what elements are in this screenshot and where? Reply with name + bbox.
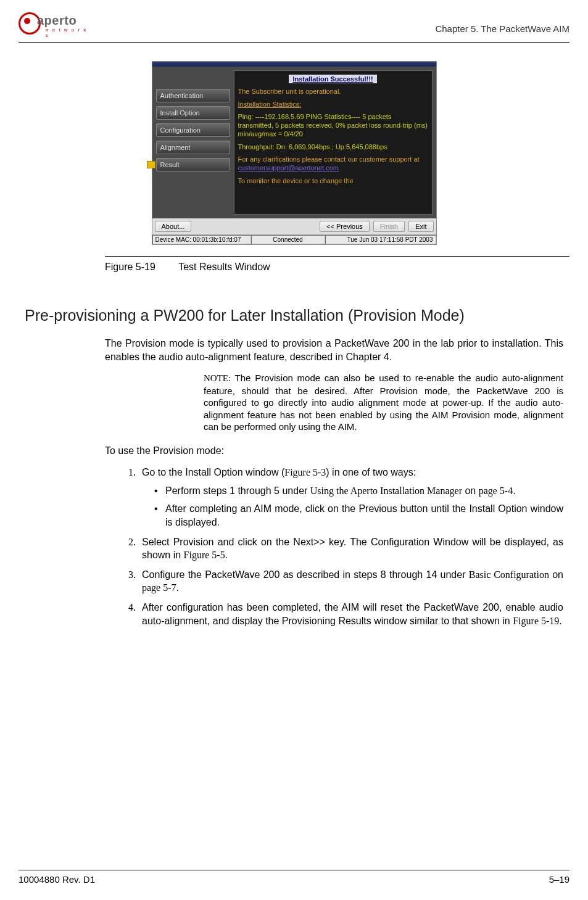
tab-configuration[interactable]: Configuration (156, 123, 230, 137)
logo-subtext: n e t w o r k s (46, 27, 93, 38)
previous-button[interactable]: << Previous (320, 221, 370, 232)
ref-figure-5-5[interactable]: Figure 5-5 (184, 550, 225, 560)
step-1-bullet-1: Perform steps 1 through 5 under Using th… (154, 484, 563, 498)
header-rule (19, 42, 569, 43)
screenshot-window: Authentication Install Option Configurat… (152, 61, 437, 245)
tab-alignment[interactable]: Alignment (156, 141, 230, 154)
step-3: Configure the PacketWave 200 as describe… (138, 568, 563, 595)
step-1: Go to the Install Option window (Figure … (138, 466, 563, 529)
logo: aperto n e t w o r k s (19, 12, 93, 37)
ref-basic-config[interactable]: Basic Configuration (469, 569, 549, 580)
status-line-1: The Subscriber unit is operational. (238, 87, 428, 96)
footer-rule (19, 870, 569, 870)
finish-button: Finish (373, 221, 405, 232)
success-banner: Installation Successful!!! (238, 75, 428, 83)
logo-text: aperto (37, 14, 77, 28)
step-4: After configuration has been completed, … (138, 601, 563, 627)
tab-install-option[interactable]: Install Option (156, 106, 230, 120)
exit-button[interactable]: Exit (408, 221, 433, 232)
monitor-text: To monitor the device or to change the (238, 176, 428, 185)
figure-rule (105, 256, 569, 257)
ref-figure-5-3[interactable]: Figure 5-3 (284, 467, 326, 477)
support-text: For any clarifications please contact ou… (238, 155, 428, 173)
figure-number: Figure 5-19 (105, 262, 176, 273)
lead-in-paragraph: To use the Provision mode: (105, 444, 563, 458)
ref-page-5-4[interactable]: page 5-4 (479, 485, 513, 496)
support-email-link[interactable]: customersupport@apertonet.com (238, 164, 339, 171)
page-number: 5–19 (549, 874, 569, 885)
status-line-2: Installation Statistics: (238, 100, 428, 109)
note-label: NOTE: (204, 373, 231, 383)
section-heading: Pre-provisioning a PW200 for Later Insta… (25, 307, 569, 324)
doc-number: 10004880 Rev. D1 (19, 874, 95, 885)
status-mac: Device MAC: 00:01:3b:10:fd:07 (152, 235, 251, 244)
status-connection: Connected (251, 235, 325, 244)
steps-list: Go to the Install Option window (Figure … (111, 466, 563, 627)
ref-using-aim[interactable]: Using the Aperto Installation Manager (310, 485, 462, 496)
ping-stats: Ping: ----192.168.5.69 PING Statistics--… (238, 112, 428, 139)
result-panel: Installation Successful!!! The Subscribe… (234, 70, 433, 215)
tab-authentication[interactable]: Authentication (156, 89, 230, 102)
footer: 10004880 Rev. D1 5–19 (19, 870, 569, 885)
about-button[interactable]: About... (155, 221, 192, 232)
ref-figure-5-19[interactable]: Figure 5-19 (513, 616, 559, 626)
figure-caption: Figure 5-19 Test Results Window (105, 262, 569, 273)
chapter-label: Chapter 5. The PacketWave AIM (435, 23, 569, 34)
note-body: The Provision mode can also be used to r… (204, 373, 563, 432)
status-time: Tue Jun 03 17:11:58 PDT 2003 (325, 235, 436, 244)
titlebar (152, 62, 436, 67)
throughput-stats: Throughput: Dn: 6,069,904bps ; Up:5,645,… (238, 142, 428, 151)
figure-title: Test Results Window (178, 262, 270, 272)
tab-result[interactable]: Result (156, 158, 230, 171)
step-2: Select Provision and click on the Next>>… (138, 535, 563, 562)
sidebar: Authentication Install Option Configurat… (156, 70, 230, 215)
note-block: NOTE: The Provision mode can also be use… (204, 372, 563, 433)
status-bar: Device MAC: 00:01:3b:10:fd:07 Connected … (152, 234, 436, 244)
intro-paragraph: The Provision mode is typically used to … (105, 337, 563, 363)
ref-page-5-7[interactable]: page 5-7 (142, 582, 176, 593)
step-1-bullet-2: After completing an AIM mode, click on t… (154, 502, 563, 529)
button-row: About... << Previous Finish Exit (152, 218, 436, 234)
